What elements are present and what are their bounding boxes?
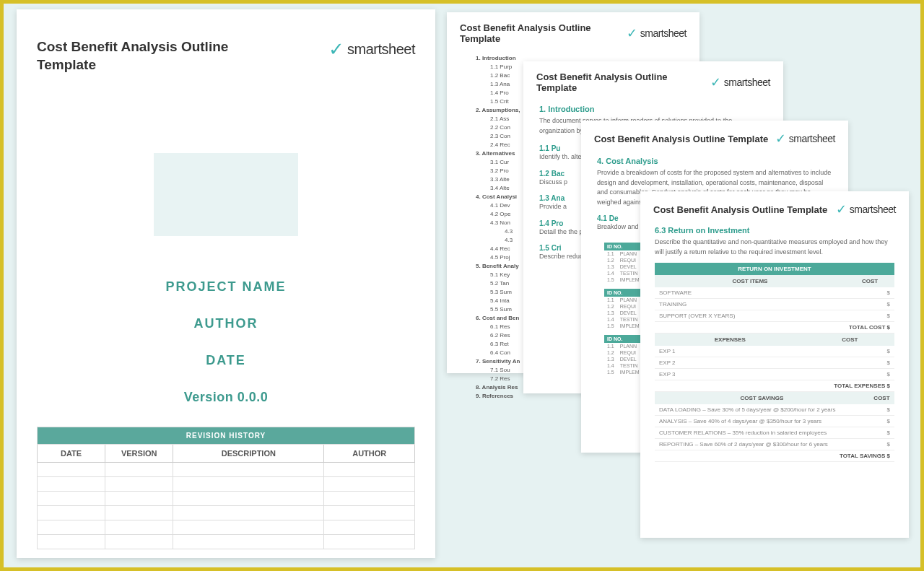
check-icon: ✓ <box>328 38 344 61</box>
revision-row <box>38 463 415 477</box>
template-title: Cost Benefit Analysis Outline Template <box>37 38 289 74</box>
thumb2-header: Cost Benefit Analysis Outline Template ✓… <box>523 61 783 100</box>
version-field: Version 0.0.0 <box>37 390 415 405</box>
cover-page: Cost Benefit Analysis Outline Template ✓… <box>17 9 435 558</box>
roi-table: EXPENSESCOSTEXP 1$EXP 2$EXP 3$TOTAL EXPE… <box>655 334 894 392</box>
revision-row <box>38 535 415 549</box>
roi-row: SUPPORT (OVER X YEARS)$ <box>655 310 894 322</box>
revision-title: REVISION HISTORY <box>38 427 415 445</box>
revision-row <box>38 520 415 535</box>
roi-total: TOTAL SAVINGS $ <box>655 450 894 462</box>
roi-row: ANALYSIS – Save 40% of 4 days/year @ $35… <box>655 416 894 427</box>
roi-row: CUSTOMER RELATIONS – 35% reduction in sa… <box>655 427 894 439</box>
revision-row <box>38 506 415 520</box>
roi-row: EXP 1$ <box>655 346 894 357</box>
roi-row: EXP 3$ <box>655 369 894 380</box>
roi-table: COST SAVINGSCOSTDATA LOADING – Save 30% … <box>655 392 894 462</box>
revision-row <box>38 477 415 492</box>
thumb1-header: Cost Benefit Analysis Outline Template ✓… <box>447 12 699 51</box>
check-icon: ✓ <box>627 25 637 41</box>
roi-total: TOTAL COST $ <box>655 322 894 334</box>
thumb4-header: Cost Benefit Analysis Outline Template ✓… <box>640 191 909 225</box>
revision-history-table: REVISION HISTORY DATE VERSION DESCRIPTIO… <box>37 427 415 549</box>
brand-text: smartsheet <box>347 41 415 58</box>
roi-row: REPORTING – Save 60% of 2 days/year @ $3… <box>655 439 894 450</box>
check-icon: ✓ <box>775 131 786 147</box>
roi-content: 6.3 Return on Investment Describe the qu… <box>640 225 909 463</box>
roi-table: RETURN ON INVESTMENTCOST ITEMSCOSTSOFTWA… <box>655 263 894 334</box>
thumb3-header: Cost Benefit Analysis Outline Template ✓… <box>581 121 848 154</box>
roi-row: SOFTWARE$ <box>655 287 894 299</box>
author-name: AUTHOR <box>37 316 415 331</box>
date-field: DATE <box>37 353 415 368</box>
roi-total: TOTAL EXPENSES $ <box>655 380 894 392</box>
roi-row: TRAINING$ <box>655 299 894 310</box>
cover-header: Cost Benefit Analysis Outline Template ✓… <box>37 38 415 74</box>
project-name: PROJECT NAME <box>37 279 415 295</box>
cover-meta: PROJECT NAME AUTHOR DATE Version 0.0.0 <box>37 279 415 405</box>
roi-row: DATA LOADING – Save 30% of 5 days/year @… <box>655 404 894 416</box>
check-icon: ✓ <box>836 201 847 217</box>
revision-header-row: DATE VERSION DESCRIPTION AUTHOR <box>38 445 415 463</box>
check-icon: ✓ <box>710 74 721 90</box>
brand-logo: ✓ smartsheet <box>328 38 415 61</box>
roi-row: EXP 2$ <box>655 357 894 369</box>
company-logo-placeholder <box>154 153 298 236</box>
thumb-roi: Cost Benefit Analysis Outline Template ✓… <box>640 191 909 538</box>
revision-row <box>38 492 415 506</box>
